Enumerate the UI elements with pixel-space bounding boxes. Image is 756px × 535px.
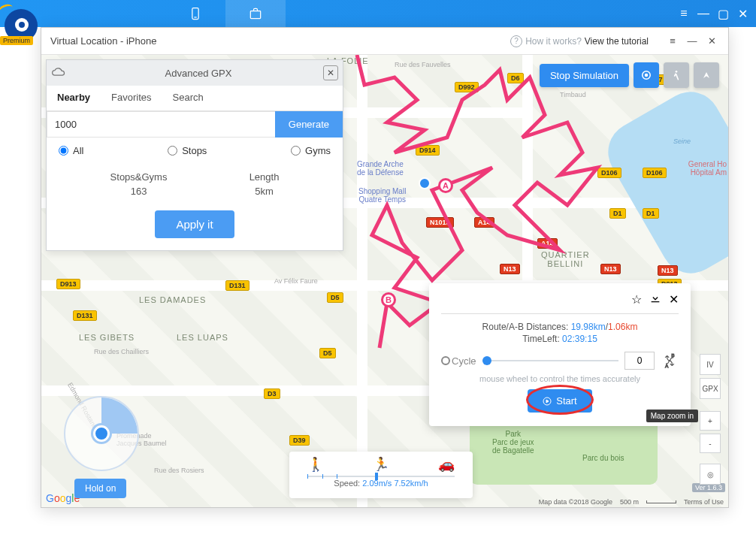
tab-favorites[interactable]: Favorites — [101, 86, 162, 110]
hold-on-button[interactable]: Hold on — [74, 479, 126, 498]
gpx-panel-header: Advanced GPX ✕ — [47, 60, 343, 86]
cloud-icon — [51, 67, 66, 80]
gpx-tabs: Nearby Favorites Search — [47, 86, 343, 111]
svg-text:A: A — [665, 364, 668, 368]
stopsgyms-label: Stops&Gyms — [110, 171, 168, 183]
speed-control-panel: 🚶 🏃 🚗 Speed: 2.09m/s 7.52km/h — [289, 452, 473, 498]
gpx-button[interactable]: GPX — [700, 378, 721, 399]
street-rosiers: Rue des Rosiers — [154, 467, 204, 474]
length-label: Length — [249, 171, 280, 183]
app-logo: Premium — [0, 0, 42, 53]
river-label: Seine — [673, 138, 691, 145]
walk-mode-button[interactable] — [664, 62, 689, 88]
inner-close-icon[interactable]: ✕ — [704, 35, 719, 47]
speed-readout: Speed: 2.09m/s 7.52km/h — [300, 479, 462, 488]
car-icon[interactable]: 🚗 — [438, 456, 455, 473]
poi-grande-arche: Grande Arche de la Défense — [357, 160, 404, 177]
gpx-filter-radios: All Stops Gyms — [47, 138, 343, 161]
inner-minimize-icon[interactable]: — — [685, 35, 700, 47]
cycle-label: Cycle — [441, 355, 476, 367]
window-title: Virtual Location - iPhone — [50, 35, 510, 47]
help-text: ? How it works? — [510, 35, 582, 47]
svg-point-5 — [676, 71, 678, 73]
help-icon[interactable]: ? — [510, 35, 522, 47]
stop-simulation-button[interactable]: Stop Simulation — [540, 64, 629, 87]
outer-minimize-icon[interactable]: — — [696, 6, 711, 21]
area-quartier-bellini: QUARTIER BELLINI — [541, 250, 590, 268]
generate-button[interactable]: Generate — [275, 111, 343, 138]
tab-search[interactable]: Search — [162, 86, 214, 110]
favorite-icon[interactable]: ☆ — [631, 292, 642, 307]
radio-gyms[interactable]: Gyms — [291, 145, 331, 156]
park-label-1: Park Parc de jeux de Bagatelle — [492, 430, 534, 455]
outer-menu-icon[interactable]: ≡ — [676, 6, 691, 21]
recenter-button[interactable]: ◎ — [700, 464, 721, 485]
run-icon[interactable]: 🏃 — [373, 456, 389, 473]
terms-link[interactable]: Terms of Use — [684, 498, 724, 506]
area-les-damades: LES DAMADES — [139, 295, 206, 304]
zoom-in-button[interactable]: + — [700, 411, 721, 431]
poi-shopping-mall: Shopping Mall Quatre Temps — [358, 187, 406, 204]
map-top-right-controls: Stop Simulation — [540, 62, 719, 88]
area-les-gibets: LES GIBETS — [79, 333, 135, 342]
street-chailliers: Rue des Chailliers — [94, 348, 149, 355]
route-mode-button[interactable] — [694, 62, 719, 88]
stopsgyms-value: 163 — [110, 186, 168, 197]
gpx-panel-title: Advanced GPX — [74, 68, 323, 79]
advanced-gpx-panel: Advanced GPX ✕ Nearby Favorites Search G… — [46, 59, 343, 251]
map-footer: Map data ©2018 Google 500 m Terms of Use — [539, 498, 724, 506]
street-timbaud: Timbaud — [560, 91, 586, 98]
street-fauvelles: Rue des Fauvelles — [395, 61, 451, 68]
center-location-button[interactable] — [634, 62, 659, 88]
radio-all[interactable]: All — [59, 145, 83, 156]
speed-slider[interactable] — [307, 476, 455, 477]
tutorial-link[interactable]: View the tutorial — [585, 36, 649, 47]
svg-point-4 — [646, 74, 648, 77]
outer-app-bar: ≡ — ▢ ✕ — [0, 0, 756, 27]
map-copyright: Map data ©2018 Google — [539, 498, 612, 506]
route-info-popup: ☆ ✕ Route/A-B Distances: 19.98km/1.06km … — [429, 283, 691, 426]
apply-button[interactable]: Apply it — [155, 210, 234, 238]
route-marker-a: A — [438, 178, 453, 193]
park-label-2: Parc du bois — [582, 454, 624, 462]
outer-tabs — [165, 0, 286, 27]
gpx-close-button[interactable]: ✕ — [323, 65, 338, 80]
walk-icon[interactable]: 🚶 — [307, 456, 324, 473]
outer-tab-phone[interactable] — [165, 0, 225, 27]
distance-input[interactable] — [47, 111, 275, 138]
iv-button[interactable]: IV — [700, 354, 721, 375]
start-button[interactable]: Start — [528, 389, 591, 413]
poi-hospital: General Ho Hôpital Am — [688, 160, 727, 177]
inner-menu-icon[interactable]: ≡ — [665, 35, 680, 47]
route-marker-b: B — [381, 292, 396, 307]
radar-compass[interactable] — [64, 396, 139, 471]
route-timeleft-line: TimeLeft: 02:39:15 — [441, 334, 679, 344]
radio-stops[interactable]: Stops — [168, 145, 207, 156]
area-les-luaps: LES LUAPS — [177, 333, 228, 342]
svg-text:B: B — [672, 353, 675, 358]
outer-tab-toolbox[interactable] — [225, 0, 286, 27]
outer-maximize-icon[interactable]: ▢ — [715, 6, 730, 21]
cycle-hint: mouse wheel to control the times accurat… — [441, 374, 679, 383]
street-felix: Av Félix Faure — [274, 277, 318, 285]
map-area[interactable]: LA FOLIE LES DAMADES LES GIBETS LES LUAP… — [41, 55, 728, 507]
cycle-slider[interactable] — [482, 360, 618, 361]
zoom-out-button[interactable]: - — [700, 434, 721, 453]
download-icon[interactable] — [649, 292, 661, 307]
route-distance-line: Route/A-B Distances: 19.98km/1.06km — [441, 322, 679, 332]
virtual-location-window: Virtual Location - iPhone ? How it works… — [41, 27, 729, 508]
gpx-stats: Stops&Gyms 163 Length 5km — [47, 161, 343, 204]
right-side-controls: IV GPX + - ◎ — [700, 354, 721, 485]
cycle-input[interactable] — [624, 352, 655, 370]
zoom-tooltip: Map zoom in — [646, 410, 698, 422]
tab-nearby[interactable]: Nearby — [47, 86, 101, 110]
ab-swap-icon[interactable]: AB — [661, 352, 679, 370]
length-value: 5km — [249, 186, 280, 197]
map-scale-bar — [646, 500, 676, 503]
inner-titlebar: Virtual Location - iPhone ? How it works… — [41, 28, 728, 55]
outer-close-icon[interactable]: ✕ — [735, 6, 750, 21]
map-scale-text: 500 m — [620, 498, 639, 506]
popup-close-icon[interactable]: ✕ — [669, 292, 679, 307]
current-location-dot — [419, 177, 431, 189]
premium-badge: Premium — [0, 36, 33, 45]
